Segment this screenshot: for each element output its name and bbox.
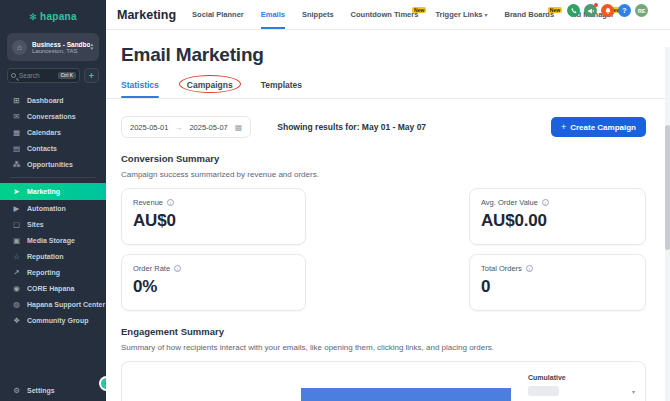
sites-icon: ▢ (12, 220, 21, 229)
sidebar-item-label: Community Group (27, 317, 88, 324)
sidebar-item-contacts[interactable]: ▤Contacts (0, 140, 106, 156)
info-icon[interactable]: i (526, 265, 533, 272)
sidebar-item-label: Dashboard (27, 97, 64, 104)
plus-icon: + (561, 122, 566, 132)
announcements-button[interactable] (584, 4, 597, 17)
megaphone-icon (587, 7, 595, 15)
cumulative-toggle[interactable] (528, 386, 559, 396)
avg-order-value: AU$0.00 (481, 211, 634, 231)
tab-campaigns[interactable]: Campaigns (187, 80, 233, 98)
tab-snippets[interactable]: Snippets (302, 0, 334, 29)
filter-row: 2025-05-01 → 2025-05-07 ▦ Showing result… (121, 116, 646, 138)
main-area: Marketing Social Planner Emails Snippets… (106, 0, 670, 401)
chevron-down-icon[interactable]: ▾ (632, 388, 635, 395)
tab-emails[interactable]: Emails (261, 0, 285, 29)
sidebar-item-label: CORE Hapana (27, 285, 74, 292)
label-text: Order Rate (133, 264, 170, 273)
hapana-logo: ✻hapana (0, 0, 106, 31)
sidebar-item-label: Marketing (27, 188, 60, 195)
card-label: Order Ratei (133, 264, 294, 273)
tab-trigger-links[interactable]: Trigger Links▾ (435, 0, 487, 29)
hapana-logo-text: hapana (40, 11, 77, 22)
sidebar-item-label: Calendars (27, 129, 61, 136)
sidebar-item-label: Automation (27, 205, 66, 212)
sidebar-item-label: Conversations (27, 113, 76, 120)
tab-statistics[interactable]: Statistics (121, 80, 159, 98)
total-orders-card: Total Ordersi 0 (469, 254, 646, 311)
order-rate-value: 0% (133, 277, 294, 297)
sidebar-item-label: Media Storage (27, 237, 75, 244)
core-icon: ◉ (12, 284, 21, 293)
sidebar-item-reputation[interactable]: ☆Reputation (0, 248, 106, 264)
date-range-picker[interactable]: 2025-05-01 → 2025-05-07 ▦ (121, 116, 251, 138)
tab-templates[interactable]: Templates (261, 80, 302, 98)
sidebar-item-marketing[interactable]: ➤Marketing (0, 183, 106, 200)
bell-icon (604, 7, 612, 15)
search-icon (11, 73, 16, 78)
sidebar-item-support-center[interactable]: ◍Hapana Support Center (0, 296, 106, 312)
sidebar-item-core-hapana[interactable]: ◉CORE Hapana (0, 280, 106, 296)
sidebar: ✻hapana ⌂ Business - Sandbox Launceston,… (0, 0, 106, 401)
scrollbar-thumb[interactable] (665, 125, 670, 250)
sidebar-item-settings[interactable]: ⚙Settings (0, 379, 106, 401)
label-text: Total Orders (481, 264, 522, 273)
chart-bar (301, 388, 511, 401)
business-selector[interactable]: ⌂ Business - Sandbox Launceston, TAS ▲ ▼ (7, 33, 99, 61)
revenue-value: AU$0 (133, 211, 294, 231)
search-placeholder: Search (19, 72, 58, 79)
sidebar-item-community-group[interactable]: ❖Community Group (0, 312, 106, 328)
info-icon[interactable]: i (542, 199, 549, 206)
sidebar-item-sites[interactable]: ▢Sites (0, 216, 106, 232)
tab-brand-boards[interactable]: Brand BoardsNew (505, 0, 555, 29)
tab-countdown-timers[interactable]: Countdown TimersNew (351, 0, 419, 29)
avg-order-value-card: Avg. Order Valuei AU$0.00 (469, 188, 646, 245)
phone-button[interactable] (567, 4, 580, 17)
page-tabs: Statistics Campaigns Templates (121, 80, 646, 98)
topbar-title: Marketing (117, 8, 176, 22)
search-shortcut-badge: Ctrl K (58, 72, 76, 79)
label-text: Avg. Order Value (481, 198, 538, 207)
search-input[interactable]: Search Ctrl K (7, 68, 80, 83)
scrollbar[interactable] (665, 47, 670, 401)
card-label: Avg. Order Valuei (481, 198, 634, 207)
info-icon[interactable]: i (174, 265, 181, 272)
business-avatar-icon: ⌂ (12, 40, 27, 55)
conversion-cards-row-1: Revenuei AU$0 Avg. Order Valuei AU$0.00 (121, 188, 646, 245)
label-text: Revenue (133, 198, 163, 207)
calendar-icon: ▦ (12, 128, 21, 137)
card-label: Total Ordersi (481, 264, 634, 273)
tab-social-planner[interactable]: Social Planner (192, 0, 244, 29)
dashboard-icon: ⊞ (12, 96, 21, 105)
tab-label: Brand Boards (505, 10, 555, 19)
chevron-updown-icon: ▲ ▼ (90, 43, 94, 51)
quick-add-button[interactable]: + (84, 68, 99, 83)
conversion-cards-row-2: Order Ratei 0% Total Ordersi 0 (121, 254, 646, 311)
sidebar-item-reporting[interactable]: ↗Reporting (0, 264, 106, 280)
sidebar-item-conversations[interactable]: ✉Conversations (0, 108, 106, 124)
sidebar-item-label: Reputation (27, 253, 64, 260)
automation-icon: ▶ (12, 204, 21, 213)
star-icon: ☆ (12, 252, 21, 261)
sidebar-item-dashboard[interactable]: ⊞Dashboard (0, 92, 106, 108)
engagement-summary-heading: Engagement Summary (121, 326, 646, 337)
conversion-summary-heading: Conversion Summary (121, 153, 646, 164)
info-icon[interactable]: i (167, 199, 174, 206)
tabs-divider (106, 98, 670, 99)
tab-label: Countdown Timers (351, 10, 419, 19)
topbar: Marketing Social Planner Emails Snippets… (106, 0, 670, 30)
sidebar-item-label: Settings (27, 387, 55, 394)
question-icon: ? (622, 7, 626, 14)
date-end: 2025-05-07 (189, 123, 227, 132)
sidebar-item-automation[interactable]: ▶Automation (0, 200, 106, 216)
avatar[interactable]: RE (635, 4, 648, 17)
page-content: Email Marketing Statistics Campaigns Tem… (106, 30, 670, 401)
sidebar-item-calendars[interactable]: ▦Calendars (0, 124, 106, 140)
notifications-button[interactable] (601, 4, 614, 17)
calendar-icon: ▦ (235, 123, 243, 132)
sidebar-item-media-storage[interactable]: ▣Media Storage (0, 232, 106, 248)
create-campaign-button[interactable]: + Create Campaign (551, 117, 646, 137)
hapana-logo-icon: ✻ (29, 12, 37, 22)
topbar-actions: ? RE (567, 4, 648, 17)
help-button[interactable]: ? (618, 4, 631, 17)
sidebar-item-opportunities[interactable]: ⁂Opportunities (0, 156, 106, 172)
